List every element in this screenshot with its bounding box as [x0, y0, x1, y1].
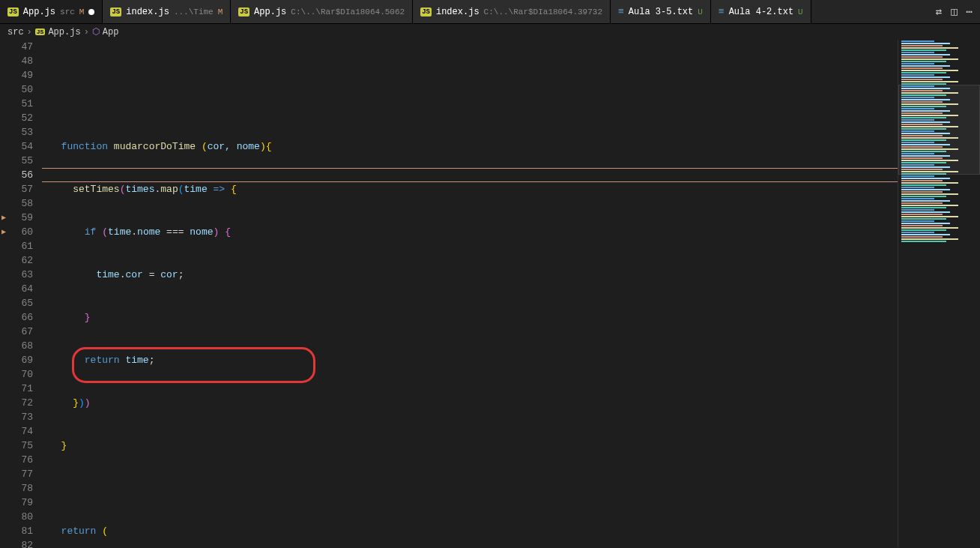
dirty-dot-icon [88, 9, 94, 15]
tab-path: C:\..\Rar$DIa18064.5062 [291, 7, 405, 16]
txt-icon: ≡ [719, 6, 725, 17]
compare-icon[interactable]: ⇄ [936, 5, 942, 18]
tab-status: U [698, 7, 703, 16]
tab-status: M [79, 7, 85, 16]
tab-path: ...\Time [174, 7, 214, 16]
tab-label: Aula 3-5.txt [629, 7, 693, 17]
chevron-right-icon: › [84, 27, 89, 37]
more-icon[interactable]: ⋯ [967, 5, 973, 18]
txt-icon: ≡ [618, 6, 624, 17]
split-editor-icon[interactable]: ◫ [951, 5, 957, 18]
tab-label: App.js [254, 7, 286, 17]
tab-path: C:\..\Rar$DIa18064.39732 [484, 7, 602, 16]
tab-aula-3-5[interactable]: ≡ Aula 3-5.txt U [611, 0, 711, 23]
tab-label: Aula 4-2.txt [729, 7, 793, 17]
tab-aula-4-2[interactable]: ≡ Aula 4-2.txt U [711, 0, 811, 23]
code-area[interactable]: function mudarcorDoTime (cor, nome){ set… [42, 40, 898, 547]
breadcrumb-seg[interactable]: src [7, 27, 24, 37]
js-icon: JS [238, 7, 249, 16]
tab-actions: ⇄ ◫ ⋯ [928, 0, 980, 23]
js-icon: JS [35, 28, 46, 35]
line-gutter: 47484950515253545556575859▶60▶6162636465… [0, 40, 42, 547]
current-line-highlight [42, 168, 898, 182]
editor: 47484950515253545556575859▶60▶6162636465… [0, 40, 980, 547]
js-icon: JS [420, 7, 432, 16]
symbol-icon: ⬡ [92, 26, 100, 37]
tab-app-js-rar[interactable]: JS App.js C:\..\Rar$DIa18064.5062 [231, 0, 413, 23]
tab-status: U [798, 7, 803, 16]
tabs-bar: JS App.js src M JS index.js ...\Time M J… [0, 0, 980, 24]
js-icon: JS [7, 7, 19, 16]
tab-label: index.js [436, 7, 480, 17]
tab-label: App.js [23, 7, 55, 17]
tab-app-js-src[interactable]: JS App.js src M [0, 0, 103, 23]
tab-path: src [60, 7, 75, 16]
minimap[interactable] [898, 40, 980, 547]
tab-status: M [218, 7, 223, 16]
breadcrumb: src › JS App.js › ⬡ App [0, 24, 980, 40]
js-icon: JS [110, 7, 121, 16]
breadcrumb-seg[interactable]: App.js [48, 27, 80, 37]
tab-index-js-time[interactable]: JS index.js ...\Time M [103, 0, 231, 23]
breadcrumb-seg[interactable]: App [103, 27, 119, 37]
minimap-viewport[interactable] [898, 85, 980, 175]
tab-label: index.js [126, 7, 169, 17]
tab-index-js-rar[interactable]: JS index.js C:\..\Rar$DIa18064.39732 [413, 0, 611, 23]
chevron-right-icon: › [27, 27, 32, 37]
